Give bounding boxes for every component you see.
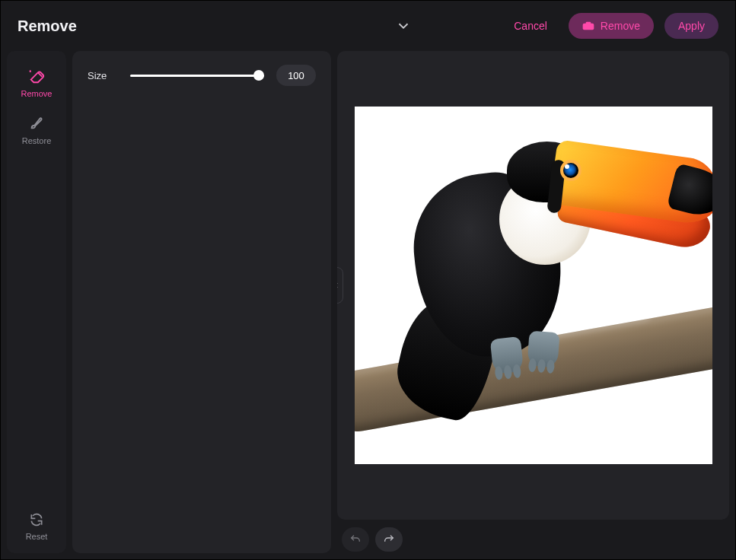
apply-button[interactable]: Apply [664, 13, 718, 39]
svg-rect-1 [585, 22, 591, 24]
redo-icon [383, 533, 395, 546]
panel-title: Remove [18, 18, 77, 35]
app-root: Remove Cancel Remove Apply Remove [0, 0, 736, 560]
reset-button[interactable]: Reset [7, 504, 66, 553]
tool-restore-label: Restore [22, 136, 52, 145]
tool-remove-label: Remove [21, 89, 53, 98]
tool-rail: Remove Restore Reset [7, 51, 66, 553]
main-body: Remove Restore Reset Size [1, 51, 735, 559]
camera-icon [582, 21, 594, 30]
eraser-icon [28, 68, 45, 84]
cancel-button[interactable]: Cancel [514, 20, 547, 32]
undo-button[interactable] [342, 527, 369, 552]
size-label: Size [88, 70, 118, 81]
undo-icon [349, 533, 362, 546]
redo-button[interactable] [375, 527, 403, 552]
canvas-area [337, 51, 729, 553]
size-value[interactable]: 100 [276, 65, 316, 86]
slider-thumb[interactable] [253, 70, 264, 81]
chevron-left-icon [337, 282, 340, 289]
reset-label: Reset [26, 532, 48, 541]
compare-remove-label: Remove [601, 20, 640, 32]
collapse-panel-handle[interactable] [337, 267, 343, 304]
chevron-down-icon [395, 18, 412, 34]
top-bar: Remove Cancel Remove Apply [1, 1, 735, 51]
history-bar [337, 520, 729, 553]
collapse-header-button[interactable] [395, 18, 412, 34]
canvas-image[interactable] [355, 107, 712, 464]
canvas-frame [337, 51, 729, 520]
tool-remove[interactable]: Remove [7, 62, 66, 109]
apply-label: Apply [678, 20, 705, 32]
image-toucan [400, 120, 644, 409]
size-slider[interactable] [130, 68, 264, 83]
size-control: Size 100 [88, 65, 316, 86]
controls-panel: Size 100 [72, 51, 331, 553]
slider-track [130, 75, 264, 77]
tool-restore[interactable]: Restore [7, 109, 66, 156]
brush-icon [28, 115, 45, 132]
compare-remove-button[interactable]: Remove [569, 13, 654, 39]
reset-icon [29, 512, 44, 527]
